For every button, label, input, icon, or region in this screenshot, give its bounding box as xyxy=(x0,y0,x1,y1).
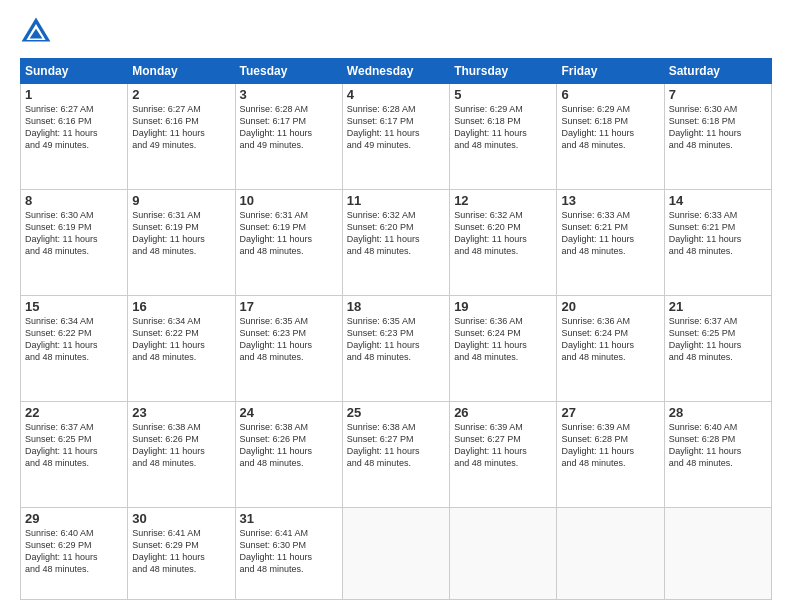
logo-icon xyxy=(20,16,52,48)
page: SundayMondayTuesdayWednesdayThursdayFrid… xyxy=(0,0,792,612)
day-number: 22 xyxy=(25,405,123,420)
calendar-week-row: 8Sunrise: 6:30 AM Sunset: 6:19 PM Daylig… xyxy=(21,189,772,295)
calendar-cell: 27Sunrise: 6:39 AM Sunset: 6:28 PM Dayli… xyxy=(557,401,664,507)
calendar-cell: 29Sunrise: 6:40 AM Sunset: 6:29 PM Dayli… xyxy=(21,507,128,599)
calendar-cell: 25Sunrise: 6:38 AM Sunset: 6:27 PM Dayli… xyxy=(342,401,449,507)
calendar-cell: 24Sunrise: 6:38 AM Sunset: 6:26 PM Dayli… xyxy=(235,401,342,507)
day-number: 23 xyxy=(132,405,230,420)
calendar-week-row: 22Sunrise: 6:37 AM Sunset: 6:25 PM Dayli… xyxy=(21,401,772,507)
cell-info: Sunrise: 6:32 AM Sunset: 6:20 PM Dayligh… xyxy=(347,209,445,258)
day-number: 29 xyxy=(25,511,123,526)
calendar-cell xyxy=(342,507,449,599)
calendar-cell: 28Sunrise: 6:40 AM Sunset: 6:28 PM Dayli… xyxy=(664,401,771,507)
day-number: 10 xyxy=(240,193,338,208)
day-number: 20 xyxy=(561,299,659,314)
cell-info: Sunrise: 6:28 AM Sunset: 6:17 PM Dayligh… xyxy=(240,103,338,152)
calendar-cell: 12Sunrise: 6:32 AM Sunset: 6:20 PM Dayli… xyxy=(450,189,557,295)
calendar-cell: 5Sunrise: 6:29 AM Sunset: 6:18 PM Daylig… xyxy=(450,84,557,190)
day-number: 9 xyxy=(132,193,230,208)
calendar-cell xyxy=(664,507,771,599)
day-number: 11 xyxy=(347,193,445,208)
calendar-cell xyxy=(557,507,664,599)
cell-info: Sunrise: 6:31 AM Sunset: 6:19 PM Dayligh… xyxy=(240,209,338,258)
calendar-cell: 19Sunrise: 6:36 AM Sunset: 6:24 PM Dayli… xyxy=(450,295,557,401)
calendar-cell: 8Sunrise: 6:30 AM Sunset: 6:19 PM Daylig… xyxy=(21,189,128,295)
cell-info: Sunrise: 6:29 AM Sunset: 6:18 PM Dayligh… xyxy=(454,103,552,152)
cell-info: Sunrise: 6:29 AM Sunset: 6:18 PM Dayligh… xyxy=(561,103,659,152)
calendar-header: SundayMondayTuesdayWednesdayThursdayFrid… xyxy=(21,59,772,84)
cell-info: Sunrise: 6:35 AM Sunset: 6:23 PM Dayligh… xyxy=(347,315,445,364)
weekday-header: Friday xyxy=(557,59,664,84)
weekday-header: Saturday xyxy=(664,59,771,84)
day-number: 3 xyxy=(240,87,338,102)
calendar-cell: 23Sunrise: 6:38 AM Sunset: 6:26 PM Dayli… xyxy=(128,401,235,507)
day-number: 30 xyxy=(132,511,230,526)
calendar-week-row: 29Sunrise: 6:40 AM Sunset: 6:29 PM Dayli… xyxy=(21,507,772,599)
cell-info: Sunrise: 6:41 AM Sunset: 6:30 PM Dayligh… xyxy=(240,527,338,576)
calendar-cell: 21Sunrise: 6:37 AM Sunset: 6:25 PM Dayli… xyxy=(664,295,771,401)
calendar-cell: 7Sunrise: 6:30 AM Sunset: 6:18 PM Daylig… xyxy=(664,84,771,190)
calendar-body: 1Sunrise: 6:27 AM Sunset: 6:16 PM Daylig… xyxy=(21,84,772,600)
day-number: 15 xyxy=(25,299,123,314)
calendar-week-row: 15Sunrise: 6:34 AM Sunset: 6:22 PM Dayli… xyxy=(21,295,772,401)
cell-info: Sunrise: 6:28 AM Sunset: 6:17 PM Dayligh… xyxy=(347,103,445,152)
day-number: 27 xyxy=(561,405,659,420)
calendar-cell: 15Sunrise: 6:34 AM Sunset: 6:22 PM Dayli… xyxy=(21,295,128,401)
calendar-cell: 9Sunrise: 6:31 AM Sunset: 6:19 PM Daylig… xyxy=(128,189,235,295)
calendar-cell: 11Sunrise: 6:32 AM Sunset: 6:20 PM Dayli… xyxy=(342,189,449,295)
day-number: 25 xyxy=(347,405,445,420)
day-number: 13 xyxy=(561,193,659,208)
calendar-cell: 2Sunrise: 6:27 AM Sunset: 6:16 PM Daylig… xyxy=(128,84,235,190)
day-number: 5 xyxy=(454,87,552,102)
weekday-header: Wednesday xyxy=(342,59,449,84)
day-number: 18 xyxy=(347,299,445,314)
calendar-cell: 10Sunrise: 6:31 AM Sunset: 6:19 PM Dayli… xyxy=(235,189,342,295)
day-number: 1 xyxy=(25,87,123,102)
cell-info: Sunrise: 6:38 AM Sunset: 6:26 PM Dayligh… xyxy=(132,421,230,470)
cell-info: Sunrise: 6:33 AM Sunset: 6:21 PM Dayligh… xyxy=(669,209,767,258)
calendar-cell: 4Sunrise: 6:28 AM Sunset: 6:17 PM Daylig… xyxy=(342,84,449,190)
weekday-header: Sunday xyxy=(21,59,128,84)
day-number: 28 xyxy=(669,405,767,420)
cell-info: Sunrise: 6:27 AM Sunset: 6:16 PM Dayligh… xyxy=(25,103,123,152)
day-number: 7 xyxy=(669,87,767,102)
day-number: 12 xyxy=(454,193,552,208)
cell-info: Sunrise: 6:36 AM Sunset: 6:24 PM Dayligh… xyxy=(561,315,659,364)
weekday-header: Tuesday xyxy=(235,59,342,84)
cell-info: Sunrise: 6:40 AM Sunset: 6:28 PM Dayligh… xyxy=(669,421,767,470)
day-number: 24 xyxy=(240,405,338,420)
logo xyxy=(20,16,56,48)
day-number: 6 xyxy=(561,87,659,102)
calendar-cell xyxy=(450,507,557,599)
cell-info: Sunrise: 6:37 AM Sunset: 6:25 PM Dayligh… xyxy=(25,421,123,470)
calendar-cell: 17Sunrise: 6:35 AM Sunset: 6:23 PM Dayli… xyxy=(235,295,342,401)
day-number: 14 xyxy=(669,193,767,208)
day-number: 16 xyxy=(132,299,230,314)
cell-info: Sunrise: 6:41 AM Sunset: 6:29 PM Dayligh… xyxy=(132,527,230,576)
day-number: 21 xyxy=(669,299,767,314)
calendar-cell: 31Sunrise: 6:41 AM Sunset: 6:30 PM Dayli… xyxy=(235,507,342,599)
day-number: 31 xyxy=(240,511,338,526)
cell-info: Sunrise: 6:35 AM Sunset: 6:23 PM Dayligh… xyxy=(240,315,338,364)
cell-info: Sunrise: 6:33 AM Sunset: 6:21 PM Dayligh… xyxy=(561,209,659,258)
day-number: 17 xyxy=(240,299,338,314)
header xyxy=(20,16,772,48)
cell-info: Sunrise: 6:34 AM Sunset: 6:22 PM Dayligh… xyxy=(132,315,230,364)
day-number: 4 xyxy=(347,87,445,102)
cell-info: Sunrise: 6:39 AM Sunset: 6:28 PM Dayligh… xyxy=(561,421,659,470)
weekday-header: Thursday xyxy=(450,59,557,84)
cell-info: Sunrise: 6:37 AM Sunset: 6:25 PM Dayligh… xyxy=(669,315,767,364)
calendar-cell: 16Sunrise: 6:34 AM Sunset: 6:22 PM Dayli… xyxy=(128,295,235,401)
cell-info: Sunrise: 6:40 AM Sunset: 6:29 PM Dayligh… xyxy=(25,527,123,576)
calendar-cell: 1Sunrise: 6:27 AM Sunset: 6:16 PM Daylig… xyxy=(21,84,128,190)
day-number: 2 xyxy=(132,87,230,102)
day-number: 26 xyxy=(454,405,552,420)
calendar-cell: 18Sunrise: 6:35 AM Sunset: 6:23 PM Dayli… xyxy=(342,295,449,401)
calendar-cell: 22Sunrise: 6:37 AM Sunset: 6:25 PM Dayli… xyxy=(21,401,128,507)
calendar-cell: 20Sunrise: 6:36 AM Sunset: 6:24 PM Dayli… xyxy=(557,295,664,401)
cell-info: Sunrise: 6:30 AM Sunset: 6:18 PM Dayligh… xyxy=(669,103,767,152)
cell-info: Sunrise: 6:38 AM Sunset: 6:27 PM Dayligh… xyxy=(347,421,445,470)
cell-info: Sunrise: 6:31 AM Sunset: 6:19 PM Dayligh… xyxy=(132,209,230,258)
day-number: 19 xyxy=(454,299,552,314)
cell-info: Sunrise: 6:30 AM Sunset: 6:19 PM Dayligh… xyxy=(25,209,123,258)
